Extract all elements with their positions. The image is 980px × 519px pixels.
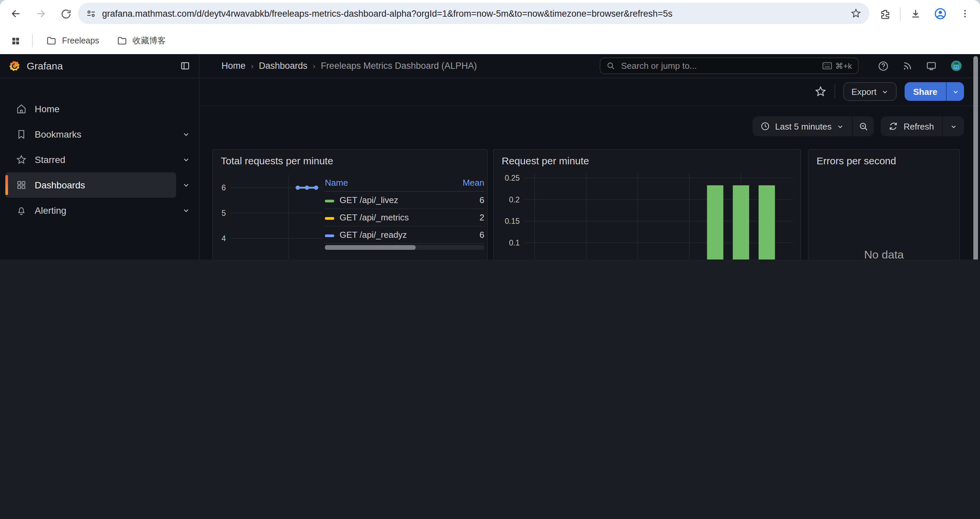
legend-scrollbar[interactable] [325, 245, 484, 250]
breadcrumb-home[interactable]: Home [221, 61, 245, 71]
sidebar-item-home[interactable]: Home [0, 96, 199, 121]
url-text[interactable]: grafana.mathmast.com/d/deytv4rwavabkb/fr… [102, 8, 851, 18]
help-icon[interactable] [878, 61, 889, 71]
time-range-picker[interactable]: Last 5 minutes [752, 116, 852, 136]
time-range-label: Last 5 minutes [775, 121, 832, 131]
favorite-star-icon[interactable] [815, 86, 827, 97]
actions-divider [835, 84, 835, 99]
legend-swatch [325, 217, 334, 219]
dashboard-actions: Export Share [199, 77, 980, 106]
bookmark-star-icon[interactable] [851, 8, 861, 19]
forward-icon[interactable] [31, 4, 51, 24]
bell-icon [16, 205, 27, 216]
panel-total-requests[interactable]: Total requests per minute 17:4065432 Nam… [212, 149, 488, 260]
clock-icon [760, 121, 770, 131]
monitor-icon[interactable] [926, 61, 937, 71]
refresh-interval-button[interactable] [942, 116, 964, 136]
svg-text:0.2: 0.2 [509, 195, 520, 204]
sidebar-item-dashboards[interactable]: Dashboards [0, 172, 199, 198]
page-scrollbar[interactable] [973, 56, 978, 260]
legend-row[interactable]: GET /api/_livez6 [325, 192, 484, 209]
share-button[interactable]: Share [905, 82, 946, 101]
brand-label: Grafana [27, 60, 63, 72]
url-bar[interactable]: grafana.mathmast.com/d/deytv4rwavabkb/fr… [78, 3, 869, 24]
refresh-button[interactable]: Refresh [881, 116, 942, 136]
sidebar-item-label: Starred [35, 154, 65, 165]
home-icon [16, 104, 27, 114]
news-rss-icon[interactable] [902, 61, 913, 71]
dashboard-main: Export Share Last 5 minutes [199, 77, 980, 260]
sidebar-item-label: Home [35, 104, 60, 114]
profile-avatar[interactable] [930, 4, 950, 24]
breadcrumb-dashboards[interactable]: Dashboards [259, 61, 307, 71]
export-label: Export [851, 86, 877, 96]
breadcrumb-current: Freeleaps Metrics Dashboard (ALPHA) [321, 61, 477, 71]
svg-text:4: 4 [221, 234, 226, 243]
search-input[interactable] [620, 60, 818, 72]
bookmark-folder-label: 收藏博客 [132, 35, 166, 46]
sidebar-item-label: Alerting [35, 205, 66, 216]
bookmark-folder-blogs[interactable]: 收藏博客 [111, 32, 171, 49]
legend-column-header[interactable]: Name [325, 175, 442, 192]
grafana-page: Grafana Home › Dashboards › Freeleaps Me… [0, 54, 980, 260]
star-icon [16, 154, 27, 165]
svg-text:5: 5 [221, 209, 226, 217]
grafana-header-left: Grafana [0, 54, 199, 77]
chevron-down-icon[interactable] [182, 181, 190, 189]
bar-chart[interactable]: 17:37:0017:38:0017:39:0017:40:0017:41:00… [496, 168, 798, 260]
legend-table: NameMeanGET /api/_livez6GET /api/_metric… [325, 175, 484, 244]
panel-title[interactable]: Errors per second [808, 150, 959, 166]
site-settings-icon[interactable] [86, 8, 96, 18]
panel-title[interactable]: Total requests per minute [213, 150, 487, 166]
svg-text:0.1: 0.1 [509, 238, 520, 247]
search-box[interactable]: ⌘+k [600, 57, 859, 74]
browser-menu-icon[interactable] [955, 4, 975, 24]
grafana-header-right: Home › Dashboards › Freeleaps Metrics Da… [199, 54, 980, 77]
chevron-down-icon [881, 88, 889, 95]
zoom-out-icon [859, 121, 869, 131]
bookmark-folder-freeleaps[interactable]: Freeleaps [41, 33, 104, 49]
folder-icon [46, 35, 57, 46]
legend-row[interactable]: GET /api/_readyz6 [325, 226, 484, 243]
chevron-down-icon[interactable] [182, 130, 190, 138]
panel-request-per-minute[interactable]: Request per minute 17:37:0017:38:0017:39… [493, 149, 801, 260]
grafana-header: Grafana Home › Dashboards › Freeleaps Me… [0, 54, 980, 78]
chevron-down-icon [951, 88, 959, 95]
keyboard-icon [822, 62, 832, 69]
export-button[interactable]: Export [843, 82, 897, 101]
sidebar: Home Bookmarks Starred [0, 77, 199, 260]
chevron-down-icon[interactable] [182, 206, 190, 214]
chevron-down-icon[interactable] [182, 156, 190, 164]
legend-column-header[interactable]: Mean [442, 175, 484, 192]
svg-text:0.15: 0.15 [505, 217, 520, 225]
screen: grafana.mathmast.com/d/deytv4rwavabkb/fr… [0, 0, 980, 260]
sidebar-item-alerting[interactable]: Alerting [0, 198, 199, 223]
back-icon[interactable] [5, 4, 25, 24]
sidebar-item-starred[interactable]: Starred [0, 147, 199, 172]
extensions-icon[interactable] [875, 4, 895, 24]
legend-swatch [325, 200, 334, 202]
sidebar-item-bookmarks[interactable]: Bookmarks [0, 121, 199, 147]
line-chart[interactable]: 17:4065432 [215, 170, 328, 260]
apps-grid-icon[interactable] [5, 31, 25, 51]
legend-swatch [325, 234, 334, 237]
panel-errors-per-second[interactable]: Errors per second No data [808, 149, 960, 260]
svg-text:0.25: 0.25 [505, 174, 520, 182]
zoom-out-button[interactable] [852, 116, 874, 136]
panel-title[interactable]: Request per minute [494, 150, 800, 166]
chevron-down-icon [950, 123, 957, 130]
sidebar-toggle-icon[interactable] [180, 61, 190, 71]
downloads-icon[interactable] [905, 4, 925, 24]
reload-icon[interactable] [56, 4, 76, 24]
share-label: Share [913, 86, 937, 96]
legend-row[interactable]: GET /api/_metrics2 [325, 209, 484, 226]
svg-text:6: 6 [221, 184, 226, 192]
breadcrumb: Home › Dashboards › Freeleaps Metrics Da… [221, 61, 477, 71]
bookmark-folder-label: Freeleaps [62, 36, 99, 45]
search-icon [606, 61, 615, 70]
user-avatar[interactable] [950, 59, 963, 72]
bookmarks-divider [32, 34, 33, 48]
grafana-logo[interactable] [9, 60, 21, 72]
share-menu-button[interactable] [946, 82, 964, 101]
dashboards-grid-icon [16, 180, 27, 190]
